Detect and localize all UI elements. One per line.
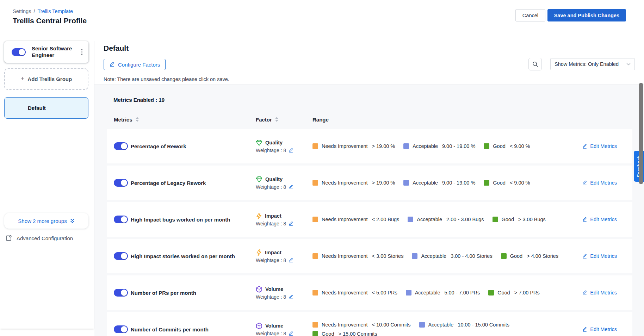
metric-row: Percentage of Rework Quali [107, 129, 632, 163]
metric-name: Percentage of Legacy Rework [131, 180, 256, 186]
edit-weightage-icon[interactable] [289, 148, 293, 153]
edit-pencil-icon [582, 180, 587, 186]
double-chevron-down-icon [70, 218, 75, 223]
show-metrics-filter-select[interactable]: Show Metrics: Only Enabled [550, 58, 635, 70]
advanced-configuration-button[interactable]: Advanced Configuration [5, 235, 73, 242]
range-color-swatch [312, 217, 318, 222]
sort-icon-metrics[interactable] [136, 117, 139, 122]
range-value: > 7.00 PRs [514, 290, 540, 295]
edit-metrics-label: Edit Metrics [590, 180, 617, 186]
show-metrics-filter-value: Show Metrics: Only Enabled [555, 61, 619, 67]
metric-row: Number of Commits per month [107, 312, 632, 336]
edit-metrics-button[interactable]: Edit Metrics [582, 253, 617, 259]
edit-pencil-icon [582, 217, 587, 222]
range-chip: Acceptable 2.00 - 3.00 Bugs [408, 217, 484, 222]
sidebar-item-default[interactable]: Default [4, 97, 88, 119]
edit-pencil-icon [582, 254, 587, 259]
range-chip: Good > 15.00 Commits [312, 331, 377, 336]
edit-pencil-icon [109, 62, 115, 67]
factor-name: Impact [265, 250, 281, 255]
trellis-central-profile-page: Settings / Trellis Template Trellis Cent… [0, 0, 644, 336]
factor-name: Quality [265, 140, 283, 145]
edit-weightage-icon[interactable] [289, 185, 293, 189]
sidebar: A Configure Trellis Groups + Add Trellis… [0, 41, 94, 329]
metrics-table-panel: Metrics Enabled : 19 Metrics Factor Rang… [94, 85, 644, 336]
breadcrumb-separator: / [33, 8, 35, 14]
edit-weightage-icon[interactable] [289, 258, 293, 263]
factor-icon [256, 323, 262, 329]
range-label: Good [502, 217, 514, 222]
edit-metrics-button[interactable]: Edit Metrics [582, 217, 617, 222]
metric-name: High Impact bugs worked on per month [131, 217, 256, 223]
show-more-groups-label: Show 2 more groups [18, 218, 67, 224]
sidebar-group-card[interactable]: Senior Software Engineer [4, 41, 88, 63]
add-trellis-group-button[interactable]: + Add Trellis Group [4, 68, 88, 90]
range-value: < 2.00 Bugs [372, 217, 400, 222]
range-label: Good [493, 180, 505, 186]
factor-icon [256, 176, 262, 183]
range-value: < 9.00 % [510, 143, 530, 149]
range-color-swatch [493, 217, 498, 222]
weightage-label: Weightage : 8 [256, 257, 286, 263]
metric-enabled-toggle[interactable] [114, 216, 128, 223]
weightage-label: Weightage : 8 [256, 294, 286, 300]
range-value: 5.00 - 7.00 PRs [444, 290, 480, 295]
edit-pencil-icon [582, 327, 587, 332]
range-value: 9.00 - 19.00 % [442, 143, 475, 149]
plus-icon: + [21, 75, 25, 83]
search-icon [532, 61, 538, 67]
range-cell: Needs Improvement < 2.00 Bugs Acceptable… [312, 217, 573, 222]
metric-enabled-toggle[interactable] [114, 325, 128, 333]
metric-enabled-toggle[interactable] [114, 179, 128, 187]
edit-weightage-icon[interactable] [289, 294, 293, 299]
factor-cell: Volume Weightage : 8 [256, 286, 312, 300]
edit-metrics-button[interactable]: Edit Metrics [582, 180, 617, 186]
metric-enabled-toggle[interactable] [114, 289, 128, 297]
range-chip: Needs Improvement < 3.00 Stories [312, 253, 403, 259]
edit-metrics-button[interactable]: Edit Metrics [582, 326, 617, 332]
range-label: Acceptable [428, 322, 454, 328]
breadcrumb-settings[interactable]: Settings [13, 8, 31, 14]
factor-icon [256, 249, 262, 256]
range-color-swatch [488, 290, 494, 295]
range-color-swatch [312, 290, 318, 295]
range-label: Needs Improvement [322, 322, 368, 328]
metric-row: High Impact bugs worked on per month Imp… [107, 202, 632, 237]
edit-weightage-icon[interactable] [289, 221, 293, 226]
vertical-scrollbar-thumb[interactable] [639, 83, 643, 184]
cancel-button[interactable]: Cancel [515, 9, 545, 21]
range-chip: Acceptable 5.00 - 7.00 PRs [406, 290, 480, 295]
range-value: < 9.00 % [510, 180, 530, 186]
range-value: > 4.00 Stories [527, 253, 558, 259]
range-chip: Good > 3.00 Bugs [493, 217, 546, 222]
factor-name: Impact [265, 213, 281, 219]
factor-name: Quality [265, 176, 283, 182]
metric-enabled-toggle[interactable] [114, 142, 128, 150]
range-color-swatch [312, 180, 318, 186]
range-label: Good [497, 290, 510, 295]
range-color-swatch [408, 217, 413, 222]
kebab-menu-icon[interactable] [80, 48, 84, 56]
group-enabled-toggle[interactable] [12, 48, 26, 56]
range-value: < 3.00 Stories [372, 253, 404, 259]
range-value: < 5.00 PRs [372, 290, 397, 295]
sort-icon-factor[interactable] [275, 117, 278, 122]
metric-row: Number of PRs per month Vo [107, 275, 632, 310]
save-and-publish-button[interactable]: Save and Publish Changes [547, 9, 626, 21]
metric-row: Percentage of Legacy Rework [107, 166, 632, 200]
edit-metrics-button[interactable]: Edit Metrics [582, 143, 617, 149]
metric-name: High Impact stories worked on per month [131, 253, 256, 259]
search-button[interactable] [528, 58, 542, 70]
range-cell: Needs Improvement > 19.00 % Acceptable 9… [312, 180, 573, 186]
show-more-groups-button[interactable]: Show 2 more groups [4, 213, 88, 229]
configure-factors-button[interactable]: Configure Factors [104, 59, 166, 70]
range-label: Good [510, 253, 522, 259]
edit-pencil-icon [582, 144, 587, 149]
metric-enabled-toggle[interactable] [114, 252, 128, 260]
metric-name: Number of PRs per month [131, 290, 256, 296]
range-label: Needs Improvement [322, 180, 368, 186]
edit-metrics-button[interactable]: Edit Metrics [582, 290, 617, 295]
factor-cell: Volume Weightage : 8 [256, 323, 312, 336]
breadcrumb-trellis-template[interactable]: Trellis Template [37, 8, 73, 14]
edit-weightage-icon[interactable] [289, 331, 293, 336]
